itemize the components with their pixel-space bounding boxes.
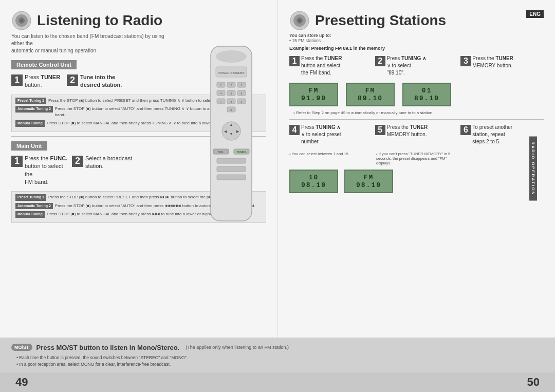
right-step4: 4 Press TUNING ∧ ∨ to select preset numb… (289, 124, 373, 145)
svg-point-43 (299, 20, 301, 22)
display-step5: FM 98.10 (344, 170, 393, 193)
main-step1-number: 1 (11, 156, 23, 167)
manual-badge: Manual Tuning (15, 120, 45, 127)
step2-note: • Refer to Step 2 on page 49 to automati… (289, 110, 544, 115)
right-title-text: Presetting Stations (315, 12, 446, 29)
display-step3: 01 89.10 (402, 83, 451, 106)
step2-number: 2 (67, 74, 78, 86)
svg-rect-37 (217, 158, 246, 163)
right-speaker-icon (289, 10, 310, 31)
step5-note: • If you can't press "TUNER MEMORY" in 5… (376, 152, 457, 165)
right-step5-text: Press the TUNER MEMORY button. (387, 124, 428, 138)
bottom-section: MO/ST Press MO/ST button to listen in Mo… (0, 338, 555, 372)
right-step6-text: To preset another station, repeat steps … (472, 124, 512, 145)
svg-point-3 (21, 20, 23, 22)
svg-text:8: 8 (231, 100, 232, 103)
svg-rect-39 (217, 175, 246, 180)
display-step2: FM 89.10 (346, 83, 395, 106)
right-divider (289, 119, 544, 120)
main-preset-badge: Preset Tuning 1 (15, 194, 46, 201)
bottom-main-text: Press MO/ST button to listen in Mono/Ste… (36, 344, 180, 351)
main-auto-badge: Automatic Tuning 2 (15, 203, 53, 210)
right-step4-number: 4 (289, 125, 300, 135)
svg-text:9: 9 (241, 100, 243, 103)
page-left: 49 (15, 376, 28, 389)
right-step4-text: Press TUNING ∧ ∨ to select preset number… (301, 124, 341, 145)
store-info: You can store up to: • 15 FM stations (289, 33, 544, 43)
step2-text: Tune into the desired station. (80, 73, 122, 89)
right-step2-number: 2 (375, 56, 385, 66)
main-step2-number: 2 (72, 156, 83, 167)
svg-text:3: 3 (241, 84, 243, 87)
step4-note: • You can select between 1 and 15. (289, 152, 370, 165)
svg-text:POWER    STANDBY: POWER STANDBY (218, 71, 245, 74)
right-steps-top: 1 Press the TUNER button and select the … (289, 55, 544, 77)
eng-badge: ENG (526, 10, 544, 18)
step1-number: 1 (11, 74, 23, 86)
svg-rect-38 (217, 166, 246, 172)
right-step3: 3 Press the TUNER MEMORY button. (460, 55, 544, 77)
right-steps-bottom: 4 Press TUNING ∧ ∨ to select preset numb… (289, 124, 544, 145)
right-step5-number: 5 (375, 125, 385, 135)
display-step4: 10 98.10 (289, 170, 338, 193)
svg-text:▲: ▲ (230, 123, 233, 126)
svg-text:VOL: VOL (218, 151, 224, 154)
page-right: 50 (527, 376, 540, 389)
remote-step1: 1 Press TUNER button. (11, 73, 63, 89)
right-section-title: Presetting Stations (289, 10, 544, 31)
bottom-sub-text: (The applies only when listening to an F… (186, 345, 289, 350)
right-step2: 2 Press TUNING ∧ ∨ to select "89.10". (375, 55, 458, 77)
step-notes-row: • You can select between 1 and 15. • If … (289, 152, 544, 165)
remote-unit-label: Remote Control Unit (11, 60, 77, 69)
radio-operation-tab: RADIO OPERATION (529, 137, 537, 201)
right-step3-text: Press the TUNER MEMORY button. (472, 55, 513, 69)
svg-text:1: 1 (220, 84, 222, 87)
left-section-title: Listening to Radio (11, 10, 266, 31)
main-unit-label: Main Unit (11, 141, 47, 151)
right-step1-number: 1 (289, 56, 300, 66)
bottom-display-row: 10 98.10 FM 98.10 (289, 170, 544, 193)
right-step1-text: Press the TUNER button and select the FM… (301, 55, 342, 77)
right-step2-text: Press TUNING ∧ ∨ to select "89.10". (387, 55, 426, 77)
remote-illustration: POWER STANDBY 1 2 3 4 5 6 7 8 9 (206, 41, 272, 228)
right-step5: 5 Press the TUNER MEMORY button. (375, 124, 458, 145)
svg-text:5: 5 (231, 92, 232, 95)
svg-text:0: 0 (231, 108, 232, 111)
example-label: Example: Presetting FM 89.1 in the memor… (289, 46, 544, 51)
svg-text:4: 4 (220, 92, 222, 95)
main-step1-text: Press the FUNC. button to select the FM … (25, 155, 68, 186)
auto-badge: Automatic Tuning 2 (15, 106, 53, 113)
right-step6-number: 6 (460, 125, 471, 135)
display-step1: FM 91.90 (289, 83, 338, 106)
main-step2-text: Select a broadcast station. (85, 155, 132, 171)
svg-text:7: 7 (220, 100, 222, 103)
left-subtitle: You can listen to the chosen band (FM br… (11, 33, 176, 54)
left-title-text: Listening to Radio (37, 12, 162, 29)
right-step3-number: 3 (460, 56, 471, 66)
preset-badge: Preset Tuning 1 (15, 98, 46, 104)
svg-text:▼: ▼ (230, 132, 233, 136)
speaker-icon (11, 10, 32, 31)
right-step1: 1 Press the TUNER button and select the … (289, 55, 373, 77)
svg-text:TUNING: TUNING (236, 151, 246, 154)
page-numbers: 49 50 (0, 372, 555, 392)
main-step1: 1 Press the FUNC. button to select the F… (11, 155, 68, 186)
step1-text: Press TUNER button. (25, 73, 60, 89)
svg-point-5 (216, 50, 247, 63)
mo-st-badge: MO/ST (11, 344, 32, 351)
bottom-main-row: MO/ST Press MO/ST button to listen in Mo… (11, 344, 544, 351)
top-display-row: FM 91.90 FM 89.10 01 89.10 (289, 83, 544, 106)
bottom-bullets: • Each time the button is pressed, the s… (16, 354, 544, 368)
svg-text:2: 2 (231, 84, 232, 87)
main-manual-badge: Manual Tuning (15, 211, 45, 218)
svg-text:6: 6 (241, 92, 243, 95)
